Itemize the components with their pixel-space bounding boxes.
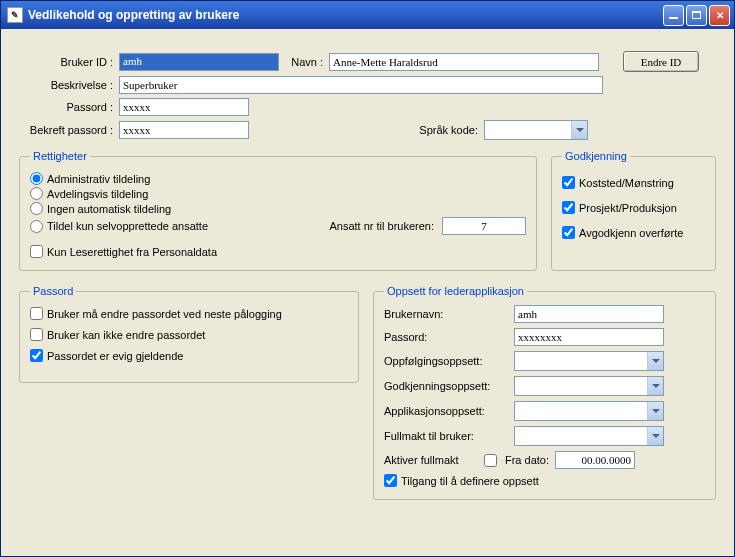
radio-admin-tildeling-input[interactable] (30, 172, 43, 185)
godkjenning-oppsett-select[interactable] (514, 376, 664, 396)
row-bekreft: Bekreft passord : Språk kode: (19, 120, 716, 140)
window-body: Bruker ID : amh Navn : Endre ID Beskrive… (1, 29, 734, 556)
leder-passord-label: Passord: (384, 331, 514, 343)
close-button[interactable]: ✕ (709, 5, 730, 26)
leder-legend: Oppsett for lederapplikasjon (384, 285, 527, 297)
oppfolging-label: Oppfølgingsoppsett: (384, 355, 514, 367)
row-leder-brukernavn: Brukernavn: (384, 305, 705, 323)
navn-label: Navn : (281, 56, 329, 68)
rettigheter-legend: Rettigheter (30, 150, 90, 162)
ansatt-nr-label: Ansatt nr til brukeren: (329, 220, 434, 232)
check-prosjekt-input[interactable] (562, 201, 575, 214)
chevron-down-icon (647, 402, 663, 420)
row-bruker-id: Bruker ID : amh Navn : Endre ID (19, 51, 716, 72)
bruker-id-label: Bruker ID : (19, 56, 119, 68)
row-passord: Passord : (19, 98, 716, 116)
sprak-kode-select[interactable] (484, 120, 588, 140)
ansatt-nr-input[interactable] (442, 217, 526, 235)
radio-avdelingsvis-input[interactable] (30, 187, 43, 200)
chevron-down-icon (647, 352, 663, 370)
fullmakt-select[interactable] (514, 426, 664, 446)
radio-ingen-auto-input[interactable] (30, 202, 43, 215)
passord-label: Passord : (19, 101, 119, 113)
row-aktiver-fullmakt: Aktiver fullmakt Fra dato: (384, 451, 705, 469)
maximize-button[interactable] (686, 5, 707, 26)
radio-ingen-auto[interactable]: Ingen automatisk tildeling (30, 202, 526, 215)
app-window: ✎ Vedlikehold og oppretting av brukere ✕… (0, 0, 735, 557)
row-godkjenning-oppsett: Godkjenningsoppsett: (384, 376, 705, 396)
check-avgodkjenn-input[interactable] (562, 226, 575, 239)
bekreft-passord-input[interactable] (119, 121, 249, 139)
sprak-kode-label: Språk kode: (249, 124, 484, 136)
navn-input[interactable] (329, 53, 599, 71)
leder-brukernavn-input[interactable] (514, 305, 664, 323)
passord-legend: Passord (30, 285, 76, 297)
godkjenning-legend: Godkjenning (562, 150, 630, 162)
bruker-id-input[interactable]: amh (119, 53, 279, 71)
chevron-down-icon (647, 427, 663, 445)
beskrivelse-input[interactable] (119, 76, 603, 94)
oppfolging-select[interactable] (514, 351, 664, 371)
aktiver-fullmakt-label: Aktiver fullmakt (384, 454, 484, 466)
radio-avdelingsvis[interactable]: Avdelingsvis tildeling (30, 187, 526, 200)
titlebar: ✎ Vedlikehold og oppretting av brukere ✕ (1, 1, 734, 29)
check-koststed-input[interactable] (562, 176, 575, 189)
leder-brukernavn-label: Brukernavn: (384, 308, 514, 320)
passord-input[interactable] (119, 98, 249, 116)
row-fullmakt: Fullmakt til bruker: (384, 426, 705, 446)
check-tilgang-definere-input[interactable] (384, 474, 397, 487)
passord-group: Passord Bruker må endre passordet ved ne… (19, 285, 359, 383)
check-kan-ikke-endre-input[interactable] (30, 328, 43, 341)
leder-group: Oppsett for lederapplikasjon Brukernavn:… (373, 285, 716, 500)
check-kun-lese-input[interactable] (30, 245, 43, 258)
check-endre-neste-input[interactable] (30, 307, 43, 320)
window-title: Vedlikehold og oppretting av brukere (28, 8, 661, 22)
check-kun-lese[interactable]: Kun Leserettighet fra Personaldata (30, 245, 526, 258)
endre-id-button[interactable]: Endre ID (623, 51, 699, 72)
godkjenning-oppsett-label: Godkjenningsoppsett: (384, 380, 514, 392)
check-evig-gjeldende[interactable]: Passordet er evig gjeldende (30, 349, 348, 362)
applikasjon-oppsett-select[interactable] (514, 401, 664, 421)
bekreft-passord-label: Bekreft passord : (19, 124, 119, 136)
chevron-down-icon (571, 121, 587, 139)
row-leder-passord: Passord: (384, 328, 705, 346)
check-kan-ikke-endre[interactable]: Bruker kan ikke endre passordet (30, 328, 348, 341)
aktiver-fullmakt-check[interactable] (484, 454, 497, 467)
radio-tildel-kun-input[interactable] (30, 220, 43, 233)
row-oppfolging: Oppfølgingsoppsett: (384, 351, 705, 371)
fra-dato-input[interactable] (555, 451, 635, 469)
check-evig-gjeldende-input[interactable] (30, 349, 43, 362)
check-avgodkjenn[interactable]: Avgodkjenn overførte (562, 226, 705, 239)
rettigheter-group: Rettigheter Administrativ tildeling Avde… (19, 150, 537, 271)
check-tilgang-definere[interactable]: Tilgang til å definere oppsett (384, 474, 705, 487)
check-koststed[interactable]: Koststed/Mønstring (562, 176, 705, 189)
row-beskrivelse: Beskrivelse : (19, 76, 716, 94)
radio-admin-tildeling[interactable]: Administrativ tildeling (30, 172, 526, 185)
mid-columns: Rettigheter Administrativ tildeling Avde… (19, 150, 716, 271)
godkjenning-group: Godkjenning Koststed/Mønstring Prosjekt/… (551, 150, 716, 271)
check-endre-neste[interactable]: Bruker må endre passordet ved neste pålo… (30, 307, 348, 320)
chevron-down-icon (647, 377, 663, 395)
radio-tildel-kun: Tildel kun selvopprettede ansatte Ansatt… (30, 217, 526, 235)
minimize-button[interactable] (663, 5, 684, 26)
applikasjon-oppsett-label: Applikasjonsoppsett: (384, 405, 514, 417)
app-icon: ✎ (7, 7, 23, 23)
lower-columns: Passord Bruker må endre passordet ved ne… (19, 285, 716, 500)
check-prosjekt[interactable]: Prosjekt/Produksjon (562, 201, 705, 214)
fra-dato-label: Fra dato: (497, 454, 555, 466)
row-applikasjon-oppsett: Applikasjonsoppsett: (384, 401, 705, 421)
fullmakt-label: Fullmakt til bruker: (384, 430, 514, 442)
leder-passord-input[interactable] (514, 328, 664, 346)
beskrivelse-label: Beskrivelse : (19, 79, 119, 91)
